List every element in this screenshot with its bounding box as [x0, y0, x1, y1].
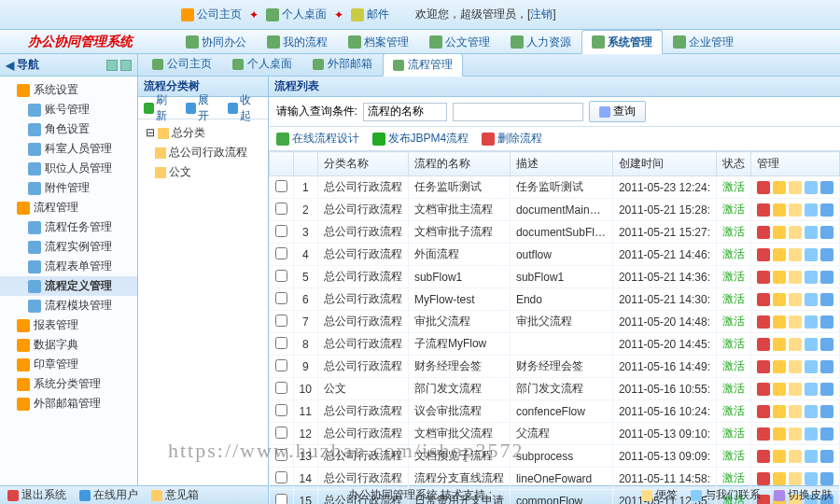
- row-view[interactable]: [805, 293, 818, 306]
- row-copy[interactable]: [789, 472, 802, 485]
- row-cfg[interactable]: [820, 405, 833, 418]
- tree-node[interactable]: 总公司行政流程: [142, 143, 264, 162]
- nav-item[interactable]: 报表管理: [0, 315, 137, 335]
- row-view[interactable]: [805, 360, 818, 373]
- menu-tab[interactable]: 公文管理: [419, 30, 500, 54]
- row-del[interactable]: [757, 203, 770, 217]
- row-check[interactable]: [275, 203, 287, 215]
- row-view[interactable]: [805, 271, 818, 284]
- row-del[interactable]: [757, 360, 770, 373]
- row-del[interactable]: [757, 181, 770, 194]
- table-row[interactable]: 1总公司行政流程任务监听测试任务监听测试2011-05-23 12:24:激活: [269, 176, 839, 199]
- row-cfg[interactable]: [820, 226, 833, 239]
- menu-tab[interactable]: 协同办公: [175, 30, 257, 54]
- publish-btn[interactable]: 发布JBPM4流程: [372, 131, 469, 147]
- row-check[interactable]: [275, 247, 287, 259]
- row-copy[interactable]: [789, 450, 802, 463]
- row-cfg[interactable]: [820, 383, 833, 396]
- row-del[interactable]: [757, 472, 770, 485]
- row-edit[interactable]: [773, 427, 786, 441]
- nav-item[interactable]: 印章管理: [0, 355, 137, 374]
- nav-item[interactable]: 外部邮箱管理: [0, 394, 137, 413]
- row-view[interactable]: [805, 181, 818, 194]
- table-row[interactable]: 11总公司行政流程议会审批流程confenceFlow2011-05-16 10…: [269, 400, 839, 423]
- online-btn[interactable]: 在线用户: [79, 487, 138, 503]
- row-edit[interactable]: [773, 181, 786, 194]
- row-del[interactable]: [757, 383, 770, 396]
- row-check[interactable]: [275, 471, 287, 483]
- table-row[interactable]: 3总公司行政流程文档审批子流程documentSubFlow2011-05-21…: [269, 221, 839, 244]
- row-cfg[interactable]: [820, 338, 833, 351]
- row-check[interactable]: [275, 225, 287, 237]
- row-del[interactable]: [757, 427, 770, 441]
- col-header[interactable]: 流程的名称: [408, 152, 510, 176]
- row-del[interactable]: [757, 338, 770, 351]
- row-view[interactable]: [805, 226, 818, 239]
- menu-tab[interactable]: 档案管理: [338, 30, 419, 54]
- row-cfg[interactable]: [820, 203, 833, 217]
- row-edit[interactable]: [773, 271, 786, 284]
- link-desktop[interactable]: 个人桌面: [260, 5, 332, 24]
- row-edit[interactable]: [773, 293, 786, 306]
- row-del[interactable]: [757, 405, 770, 418]
- table-row[interactable]: 8总公司行政流程子流程MyFlow2011-05-20 14:45:激活: [269, 333, 839, 356]
- row-cfg[interactable]: [820, 248, 833, 261]
- table-row[interactable]: 2总公司行政流程文档审批主流程documentMainFlow2011-05-2…: [269, 199, 839, 221]
- note-btn[interactable]: 便签: [641, 487, 678, 503]
- row-cfg[interactable]: [820, 450, 833, 463]
- row-copy[interactable]: [789, 315, 802, 329]
- search-input[interactable]: [453, 103, 583, 121]
- row-check[interactable]: [275, 404, 287, 416]
- row-cfg[interactable]: [820, 293, 833, 306]
- nav-item[interactable]: 系统设置: [0, 80, 137, 100]
- row-copy[interactable]: [789, 271, 802, 284]
- table-row[interactable]: 12总公司行政流程文档审批父流程父流程2011-05-13 09:10:激活: [269, 423, 839, 445]
- table-row[interactable]: 13总公司行政流程文档预览子流程subprocess2011-05-13 09:…: [269, 445, 839, 468]
- menu-tab[interactable]: 我的流程: [257, 30, 338, 54]
- table-row[interactable]: 4总公司行政流程外面流程outflow2011-05-21 14:46:激活: [269, 244, 839, 266]
- row-copy[interactable]: [789, 427, 802, 441]
- nav-item[interactable]: 数据字典: [0, 335, 137, 355]
- row-copy[interactable]: [789, 181, 802, 194]
- feedback-btn[interactable]: 意见箱: [151, 487, 199, 503]
- nav-item[interactable]: 流程任务管理: [0, 217, 137, 237]
- menu-tab[interactable]: 系统管理: [581, 30, 663, 54]
- table-row[interactable]: 6总公司行政流程MyFlow-testEndo2011-05-21 14:30:…: [269, 288, 839, 311]
- table-row[interactable]: 14总公司行政流程流程分支直线流程lineOneFoward2011-05-11…: [269, 468, 839, 490]
- nav-item[interactable]: 职位人员管理: [0, 159, 137, 178]
- row-check[interactable]: [275, 359, 287, 371]
- search-field-name[interactable]: [363, 103, 447, 121]
- row-check[interactable]: [275, 427, 287, 439]
- min-icon[interactable]: [120, 60, 132, 71]
- nav-item[interactable]: 流程实例管理: [0, 237, 137, 257]
- row-copy[interactable]: [789, 338, 802, 351]
- row-del[interactable]: [757, 271, 770, 284]
- contact-btn[interactable]: 与我们联系: [691, 487, 761, 503]
- content-tab[interactable]: 流程管理: [383, 53, 463, 77]
- row-view[interactable]: [805, 472, 818, 485]
- col-header[interactable]: 分类名称: [317, 152, 408, 176]
- row-cfg[interactable]: [820, 271, 833, 284]
- nav-item[interactable]: 附件管理: [0, 178, 137, 198]
- nav-item[interactable]: 系统分类管理: [0, 374, 137, 394]
- row-view[interactable]: [805, 338, 818, 351]
- row-copy[interactable]: [789, 405, 802, 418]
- row-copy[interactable]: [789, 293, 802, 306]
- row-del[interactable]: [757, 450, 770, 463]
- nav-item[interactable]: 科室人员管理: [0, 139, 137, 159]
- row-view[interactable]: [805, 315, 818, 329]
- nav-item[interactable]: 流程管理: [0, 198, 137, 217]
- row-cfg[interactable]: [820, 360, 833, 373]
- row-edit[interactable]: [773, 203, 786, 217]
- row-edit[interactable]: [773, 405, 786, 418]
- row-view[interactable]: [805, 450, 818, 463]
- row-cfg[interactable]: [820, 181, 833, 194]
- row-check[interactable]: [275, 270, 287, 282]
- row-view[interactable]: [805, 427, 818, 441]
- row-edit[interactable]: [773, 338, 786, 351]
- row-copy[interactable]: [789, 248, 802, 261]
- row-edit[interactable]: [773, 383, 786, 396]
- table-row[interactable]: 10公文部门发文流程部门发文流程2011-05-16 10:55:激活: [269, 378, 839, 400]
- row-del[interactable]: [757, 293, 770, 306]
- col-header[interactable]: 创建时间: [612, 152, 716, 176]
